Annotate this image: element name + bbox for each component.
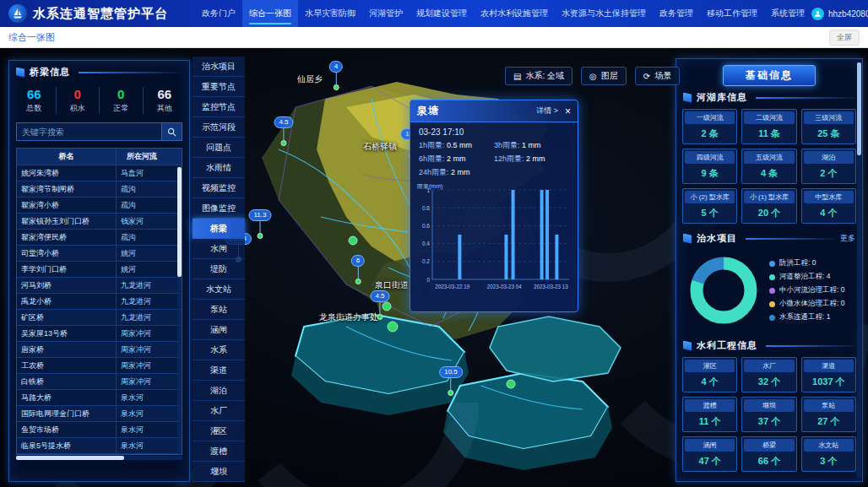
stat-cell[interactable]: 二级河流11 条 xyxy=(741,109,796,144)
stat-cell[interactable]: 中型水库4 个 xyxy=(801,188,856,224)
stat-cell[interactable]: 水厂32 个 xyxy=(741,357,796,392)
table-row[interactable]: 李学刘门口桥姚河 xyxy=(17,262,182,278)
layer-menu-item[interactable]: 堰坝 xyxy=(193,462,245,482)
layer-menu-item[interactable]: 堤防 xyxy=(193,259,245,279)
stat-cell[interactable]: 桥梁66 个 xyxy=(741,436,796,472)
stat-cell[interactable]: 五级河流4 条 xyxy=(741,149,796,184)
legend-item[interactable]: 河道整治工程: 4 xyxy=(769,272,855,282)
nav-item[interactable]: 规划建设管理 xyxy=(410,0,474,27)
table-row[interactable]: 禹龙小桥九龙港河 xyxy=(17,294,182,310)
map-marker[interactable]: 4.5 xyxy=(370,286,389,320)
layer-menu-item[interactable]: 涵闸 xyxy=(193,320,245,340)
table-row[interactable]: 姚河朱湾桥马盘河 xyxy=(17,165,182,181)
layer-menu-item[interactable]: 重要节点 xyxy=(193,77,245,97)
stat-cell[interactable]: 堰坝37 个 xyxy=(741,397,796,432)
map-marker[interactable]: 10.5 xyxy=(439,362,463,396)
table-row[interactable]: 马路大桥泉水河 xyxy=(17,390,182,406)
search-button[interactable] xyxy=(162,122,182,141)
table-row[interactable]: 白铁桥周家冲河 xyxy=(17,374,182,390)
nav-item[interactable]: 农村水利设施管理 xyxy=(474,0,555,27)
layer-menu-item[interactable]: 水系 xyxy=(193,340,245,360)
scroll-thumb[interactable] xyxy=(177,167,182,277)
nav-item[interactable]: 水旱灾害防御 xyxy=(298,0,362,27)
layer-menu-item[interactable]: 水闸 xyxy=(193,239,245,259)
layer-menu-item[interactable]: 监控节点 xyxy=(193,97,245,117)
table-row[interactable]: 司堂湾小桥姚河 xyxy=(17,246,182,262)
layer-menu-item[interactable]: 渡槽 xyxy=(193,441,245,462)
layer-menu-item[interactable]: 水雨情 xyxy=(193,158,245,178)
stat-cell[interactable]: 灌区4 个 xyxy=(682,357,737,392)
layer-menu-item[interactable]: 桥梁 xyxy=(193,219,245,239)
table-row[interactable]: 河马刘桥九龙港河 xyxy=(17,278,182,294)
stat-cell[interactable]: 水文站3 个 xyxy=(801,436,856,472)
close-icon[interactable]: × xyxy=(565,106,571,116)
stat-cell[interactable]: 渠道1037 个 xyxy=(801,357,856,392)
table-row[interactable]: 鱼贸市场桥泉水河 xyxy=(17,422,182,438)
table-row[interactable]: 翟家湾节制闸桥疏沟 xyxy=(17,181,182,198)
stat-cell[interactable]: 涵闸47 个 xyxy=(682,436,737,472)
more-link[interactable]: 更多 xyxy=(840,233,855,244)
layer-menu-item[interactable]: 渠道 xyxy=(193,360,245,381)
layer-menu-item[interactable]: 治水项目 xyxy=(193,57,245,77)
table-row[interactable]: 吴家屋13号桥周家冲河 xyxy=(17,326,182,342)
layer-menu-item[interactable]: 图像监控 xyxy=(193,198,245,219)
table-row[interactable]: 翟家湾小桥疏沟 xyxy=(17,198,182,214)
stat-cell[interactable]: 泵站27 个 xyxy=(801,397,856,432)
table-vscrollbar[interactable] xyxy=(177,165,182,454)
table-row[interactable]: 翟家湾便民桥疏沟 xyxy=(17,230,182,246)
map-marker[interactable]: 4 xyxy=(329,57,343,90)
layer-menu-item[interactable]: 视频监控 xyxy=(193,178,245,198)
stat-cell[interactable]: 四级河流9 条 xyxy=(682,149,737,184)
map-control-button[interactable]: ▤水系: 全域 xyxy=(505,67,572,85)
layer-menu-item[interactable]: 水文站 xyxy=(193,279,245,300)
map-marker[interactable]: 6 xyxy=(351,251,365,284)
table-row[interactable]: 矿区桥九龙港河 xyxy=(17,310,182,326)
nav-item[interactable]: 政务管理 xyxy=(653,0,700,27)
nav-item[interactable]: 水资源与水土保持管理 xyxy=(555,0,653,27)
nav-item[interactable]: 政务门户 xyxy=(195,0,242,27)
search-input[interactable] xyxy=(16,122,162,141)
marker-value: 4.5 xyxy=(274,116,293,128)
popup-header: 泉塘 详情 > × xyxy=(410,100,578,122)
table-row[interactable]: 工农桥周家冲河 xyxy=(17,358,182,374)
layer-menu-item[interactable]: 水厂 xyxy=(193,401,245,421)
nav-item[interactable]: 河湖管护 xyxy=(362,0,410,27)
layer-menu-item[interactable]: 湖泊 xyxy=(193,381,245,401)
stat-cell[interactable]: 三级河流25 条 xyxy=(801,109,856,144)
user-menu[interactable]: hhzb42080201 ▾ xyxy=(811,8,868,20)
fullscreen-button[interactable]: 全屏 xyxy=(829,30,860,46)
river-name-cell: 周家冲河 xyxy=(117,374,167,389)
map-marker[interactable]: 4.5 xyxy=(274,112,293,146)
legend-item[interactable]: 防洪工程: 0 xyxy=(769,258,855,268)
layer-menu-item[interactable]: 泵站 xyxy=(193,300,245,320)
legend-item[interactable]: 中小河流治理工程: 0 xyxy=(769,285,855,295)
table-hscrollbar[interactable] xyxy=(16,456,182,460)
bridge-name-cell: 翟家湾节制闸桥 xyxy=(17,181,117,197)
legend-item[interactable]: 小微水体治理工程: 0 xyxy=(769,299,855,309)
table-row[interactable]: 临泉5号提水桥泉水河 xyxy=(17,438,182,454)
stat-cell[interactable]: 小 (1) 型水库20 个 xyxy=(741,188,796,224)
nav-item[interactable]: 移动工作管理 xyxy=(700,0,764,27)
stat-cell[interactable]: 一级河流2 条 xyxy=(682,109,737,144)
basic-info-button[interactable]: 基础信息 xyxy=(723,65,816,86)
table-row[interactable]: 唐家桥周家冲河 xyxy=(17,342,182,358)
map-control-button[interactable]: ⟳场景 xyxy=(635,67,680,85)
legend-item[interactable]: 水系连通工程: 1 xyxy=(769,312,855,322)
rain-metric-value: 2 mm xyxy=(526,154,545,163)
layer-menu-item[interactable]: 灌区 xyxy=(193,421,245,441)
section-divider xyxy=(746,238,835,240)
map-control-button[interactable]: ◎图层 xyxy=(581,67,627,85)
right-panel-scrollbar[interactable] xyxy=(857,62,861,478)
breadcrumb[interactable]: 综合一张图 xyxy=(0,31,55,44)
popup-detail-link[interactable]: 详情 > xyxy=(536,106,558,116)
table-row[interactable]: 翟家镇孙玉刘门口桥钱家河 xyxy=(17,214,182,230)
map-marker[interactable]: 11.3 xyxy=(249,205,272,239)
stat-cell[interactable]: 渡槽11 个 xyxy=(682,397,737,432)
table-row[interactable]: 国际电网理金门口桥泉水河 xyxy=(17,406,182,422)
stat-cell[interactable]: 湖泊2 个 xyxy=(801,149,856,184)
layer-menu-item[interactable]: 示范河段 xyxy=(193,117,245,138)
layer-menu-item[interactable]: 问题点 xyxy=(193,138,245,158)
nav-item[interactable]: 系统管理 xyxy=(764,0,811,27)
nav-item[interactable]: 综合一张图 xyxy=(242,0,298,27)
stat-cell[interactable]: 小 (2) 型水库5 个 xyxy=(682,188,737,224)
